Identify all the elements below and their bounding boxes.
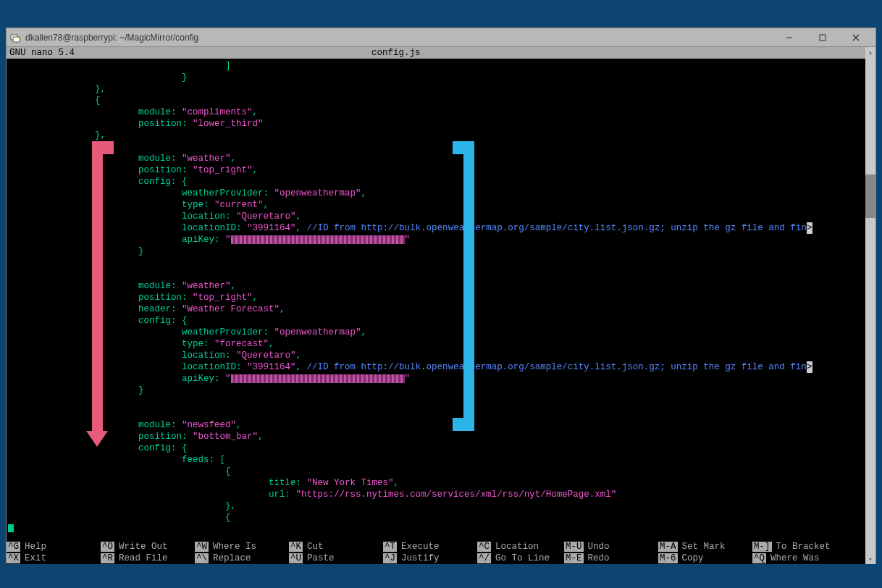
- cut-shortcut: Cut: [303, 542, 324, 552]
- tobracket-shortcut: To Bracket: [772, 542, 831, 552]
- nano-footer: ^GHelp ^OWrite Out ^WWhere Is ^KCut ^TEx…: [7, 541, 875, 564]
- scroll-thumb[interactable]: [865, 175, 875, 218]
- whereis-shortcut: Where Is: [209, 542, 256, 552]
- redo-shortcut: Redo: [584, 553, 610, 563]
- line-continuation-icon: >: [807, 222, 812, 234]
- titlebar[interactable]: dkallen78@raspberrypi: ~/MagicMirror/con…: [7, 28, 875, 47]
- writeout-shortcut: Write Out: [114, 542, 168, 552]
- terminal-area[interactable]: GNU nano 5.4 config.js ] } }, {: [7, 47, 875, 564]
- scroll-up-icon[interactable]: ▴: [865, 47, 875, 57]
- cursor: [8, 524, 14, 532]
- wherewas-shortcut: Where Was: [766, 553, 820, 563]
- location-shortcut: Location: [491, 542, 539, 552]
- line-continuation-icon: >: [807, 361, 812, 373]
- setmark-shortcut: Set Mark: [678, 542, 726, 552]
- svg-rect-1: [13, 37, 20, 42]
- maximize-button[interactable]: [806, 29, 839, 46]
- nano-app-name: GNU nano 5.4: [9, 48, 371, 58]
- window-title: dkallen78@raspberrypi: ~/MagicMirror/con…: [25, 33, 773, 43]
- help-shortcut: Help: [20, 542, 46, 552]
- scrollbar[interactable]: ▴ ▾: [865, 47, 875, 564]
- editor-content[interactable]: ] } }, { module: "compliments", position…: [7, 59, 875, 532]
- execute-shortcut: Execute: [397, 542, 440, 552]
- replace-shortcut: Replace: [209, 553, 251, 563]
- justify-shortcut: Justify: [397, 553, 440, 563]
- exit-shortcut: Exit: [20, 553, 46, 563]
- close-button[interactable]: [839, 29, 873, 46]
- terminal-window: dkallen78@raspberrypi: ~/MagicMirror/con…: [6, 28, 876, 563]
- redacted-apikey: [231, 374, 405, 383]
- undo-shortcut: Undo: [584, 542, 610, 552]
- svg-rect-3: [820, 35, 826, 41]
- nano-file-name: config.js: [371, 48, 873, 58]
- paste-shortcut: Paste: [303, 553, 335, 563]
- readfile-shortcut: Read File: [114, 553, 168, 563]
- copy-shortcut: Copy: [678, 553, 704, 563]
- minimize-button[interactable]: [773, 29, 806, 46]
- nano-header: GNU nano 5.4 config.js: [7, 47, 875, 59]
- scroll-down-icon[interactable]: ▾: [865, 554, 875, 564]
- redacted-apikey: [231, 235, 405, 244]
- putty-icon: [9, 32, 21, 43]
- gotoline-shortcut: Go To Line: [491, 553, 550, 563]
